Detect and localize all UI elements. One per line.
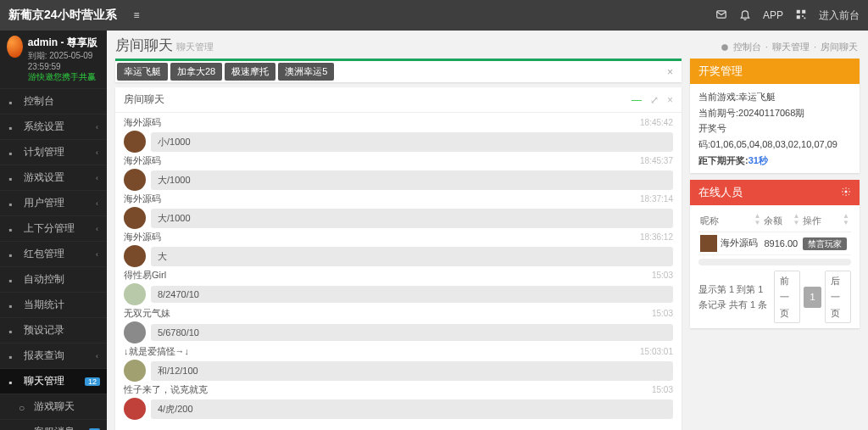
auto-icon: ▪ <box>8 275 19 285</box>
svg-rect-4 <box>802 15 804 17</box>
qr-icon[interactable] <box>795 8 807 23</box>
stat-icon: ▪ <box>8 300 19 310</box>
chat-bubble: 4/虎/200 <box>151 399 673 419</box>
svg-rect-3 <box>797 15 800 19</box>
sidebar-item-13[interactable]: ▪客服消息3 <box>0 419 107 430</box>
mail-icon[interactable] <box>715 8 727 23</box>
chat-panel-title: 房间聊天 <box>124 92 164 107</box>
avatar <box>124 398 146 420</box>
gift-icon: ▪ <box>8 249 19 260</box>
sidebar-item-2[interactable]: ▪计划管理‹ <box>0 139 107 165</box>
chat-bubble: 大/1000 <box>151 170 673 190</box>
avatar <box>124 245 146 267</box>
tab-jnd28[interactable]: 加拿大28 <box>170 63 222 81</box>
eye-icon: ▪ <box>19 427 29 431</box>
avatar <box>124 207 146 229</box>
svg-rect-5 <box>804 17 806 19</box>
tab-xyft[interactable]: 幸运飞艇 <box>117 63 168 81</box>
sidebar-item-8[interactable]: ▪当期统计 <box>0 292 107 317</box>
avatar <box>124 131 146 153</box>
circle-icon: ○ <box>19 402 29 412</box>
col-balance[interactable]: 余额▲▼ <box>762 210 801 232</box>
pager-info: 显示第 1 到第 1 条记录 共有 1 条 <box>698 282 771 313</box>
user-name: admin - 尊享版 <box>28 36 100 50</box>
expand-icon[interactable]: ⤢ <box>650 94 659 106</box>
chat-bubble: 5/6780/10 <box>151 324 673 341</box>
sidebar-item-9[interactable]: ▪预设记录 <box>0 317 107 343</box>
enter-front-link[interactable]: 进入前台 <box>819 8 860 23</box>
sidebar-item-7[interactable]: ▪自动控制 <box>0 266 107 292</box>
col-nickname[interactable]: 昵称▲▼ <box>698 210 762 232</box>
page-title: 房间聊天 <box>115 36 173 55</box>
sidebar-item-5[interactable]: ▪上下分管理‹ <box>0 215 107 241</box>
tab-jsmt[interactable]: 极速摩托 <box>225 63 275 81</box>
sidebar: admin - 尊享版 到期: 2025-05-09 23:59:59 游快邀您… <box>0 31 107 430</box>
countdown: 31秒 <box>748 155 768 165</box>
col-action[interactable]: 操作▲▼ <box>801 210 851 232</box>
sidebar-item-10[interactable]: ▪报表查询‹ <box>0 343 107 368</box>
menu-toggle-icon[interactable]: ≡ <box>134 9 140 21</box>
game-tabs: 幸运飞艇 加拿大28 极速摩托 澳洲幸运5 × <box>115 59 682 82</box>
sidebar-item-1[interactable]: ▪系统设置‹ <box>0 114 107 139</box>
prev-page-button[interactable]: 前一页 <box>774 271 800 323</box>
app-link[interactable]: APP <box>763 9 783 21</box>
minimize-icon[interactable]: — <box>632 94 642 106</box>
page-subtitle: 聊天管理 <box>176 41 214 53</box>
gear-icon[interactable] <box>841 187 851 199</box>
link-icon: ▪ <box>8 173 19 183</box>
avatar <box>124 321 146 343</box>
preset-icon: ▪ <box>8 326 19 336</box>
lottery-panel-header: 开奖管理 <box>690 59 860 84</box>
chat-bubble: 和/12/100 <box>151 361 673 381</box>
panel-close-icon[interactable]: × <box>667 94 673 106</box>
svg-rect-2 <box>802 9 805 13</box>
avatar <box>124 283 146 305</box>
sidebar-item-0[interactable]: ▪控制台 <box>0 88 107 114</box>
sidebar-item-3[interactable]: ▪游戏设置‹ <box>0 165 107 190</box>
list-icon: ▪ <box>8 148 19 158</box>
brand-title: 新葡京24小时营业系 <box>8 8 117 23</box>
users-icon: ▪ <box>8 198 19 209</box>
online-panel-header: 在线人员 <box>690 180 860 205</box>
table-row: 海外源码 8916.00 禁言玩家 <box>698 232 851 255</box>
user-expire: 到期: 2025-05-09 23:59:59 <box>28 50 100 71</box>
sidebar-item-11[interactable]: ▪聊天管理12 <box>0 368 107 394</box>
sidebar-item-12[interactable]: ○游戏聊天 <box>0 394 107 419</box>
sidebar-item-6[interactable]: ▪红包管理‹ <box>0 241 107 266</box>
bell-icon[interactable] <box>739 8 751 23</box>
mute-player-button[interactable]: 禁言玩家 <box>803 237 847 250</box>
page-1-button[interactable]: 1 <box>804 287 821 308</box>
chat-bubble: 小/1000 <box>151 132 673 152</box>
avatar <box>124 360 146 382</box>
next-page-button[interactable]: 后一页 <box>825 271 851 323</box>
updown-icon: ▪ <box>8 224 19 234</box>
close-icon[interactable]: × <box>660 66 680 78</box>
user-marquee: 游快邀您携手共赢 <box>28 71 100 83</box>
sidebar-item-4[interactable]: ▪用户管理‹ <box>0 190 107 215</box>
user-avatar <box>7 36 23 58</box>
avatar <box>700 235 717 252</box>
avatar <box>124 169 146 191</box>
tab-azxy5[interactable]: 澳洲幸运5 <box>278 63 334 81</box>
chat-icon: ▪ <box>8 377 19 387</box>
report-icon: ▪ <box>8 351 19 361</box>
svg-point-6 <box>721 44 728 51</box>
svg-rect-1 <box>797 9 800 13</box>
svg-point-7 <box>845 190 848 193</box>
gear-icon: ▪ <box>8 122 19 132</box>
table-scrollbar[interactable] <box>698 259 851 265</box>
chat-bubble: 8/2470/10 <box>151 286 673 303</box>
dash-icon: ▪ <box>8 97 19 107</box>
chat-bubble: 大/1000 <box>151 209 673 228</box>
breadcrumb: 控制台 · 聊天管理 · 房间聊天 <box>721 41 860 53</box>
chat-bubble: 大 <box>151 247 673 266</box>
